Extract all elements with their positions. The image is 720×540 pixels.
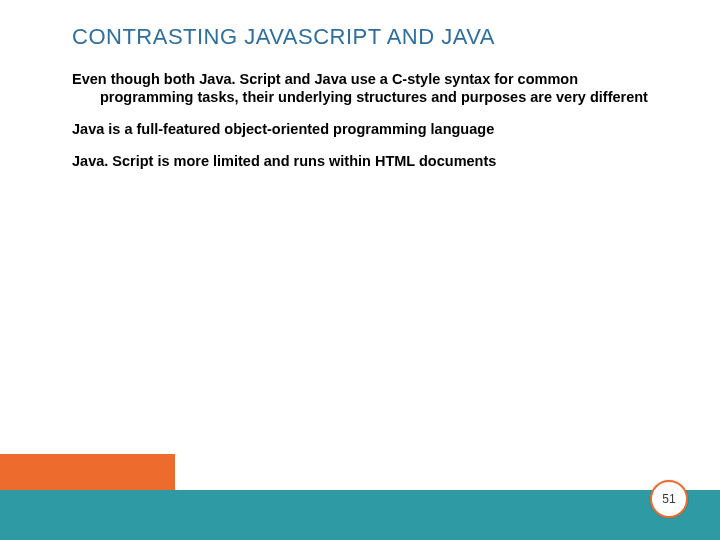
p1-line1: Even though both Java. Script and Java u…	[72, 71, 578, 87]
footer-accent-teal	[0, 490, 720, 540]
slide: CONTRASTING JAVASCRIPT AND JAVA Even tho…	[0, 0, 720, 540]
slide-body: Even though both Java. Script and Java u…	[72, 70, 662, 185]
page-number-badge: 51	[650, 480, 688, 518]
body-paragraph-1: Even though both Java. Script and Java u…	[72, 70, 662, 106]
body-paragraph-3: Java. Script is more limited and runs wi…	[72, 152, 662, 170]
p1-continuation: programming tasks, their underlying stru…	[72, 88, 662, 106]
slide-title: CONTRASTING JAVASCRIPT AND JAVA	[72, 24, 495, 50]
body-paragraph-2: Java is a full-featured object-oriented …	[72, 120, 662, 138]
